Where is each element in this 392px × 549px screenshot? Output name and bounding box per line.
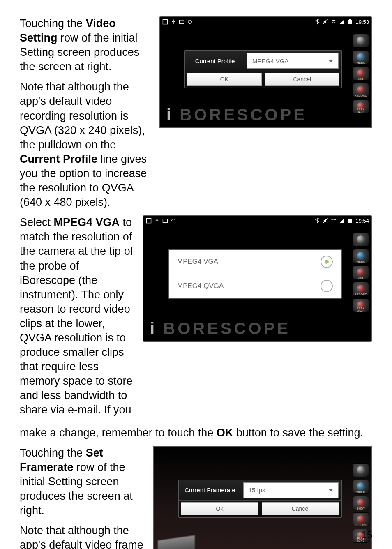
radio-icon bbox=[321, 256, 333, 268]
watermark: i BORESCOPE bbox=[150, 319, 291, 338]
ok-button[interactable]: OK bbox=[187, 73, 262, 86]
cancel-button[interactable]: Cancel bbox=[265, 73, 340, 86]
text: button to save the setting. bbox=[233, 427, 363, 439]
text-bold: OK bbox=[217, 427, 233, 439]
mute-icon bbox=[323, 218, 328, 224]
page-number: 15 bbox=[361, 529, 372, 541]
sync-icon bbox=[171, 218, 176, 224]
option-label: MPEG4 VGA bbox=[177, 258, 218, 266]
video-button[interactable]: VIDEO bbox=[353, 249, 369, 263]
sync-icon bbox=[187, 19, 193, 25]
svg-rect-6 bbox=[163, 219, 167, 222]
wifi-icon bbox=[331, 218, 337, 224]
status-time: 19:53 bbox=[355, 19, 369, 25]
calendar-icon bbox=[162, 19, 168, 25]
svg-rect-8 bbox=[348, 219, 352, 223]
text: Note that although the app's default vid… bbox=[20, 524, 143, 549]
svg-rect-0 bbox=[163, 19, 167, 24]
screenshot-framerate-setting: 20:28 VIDEO SHOT RECORD PLAY BACK Curren… bbox=[153, 446, 372, 549]
playback-button[interactable]: PLAY BACK bbox=[353, 99, 369, 113]
svg-rect-3 bbox=[348, 20, 352, 24]
dialog-label: Current Profile bbox=[185, 58, 244, 65]
ok-button[interactable]: Ok bbox=[181, 502, 258, 515]
usb-icon bbox=[171, 19, 176, 25]
battery-icon bbox=[347, 218, 353, 224]
svg-rect-1 bbox=[179, 20, 184, 23]
settings-button[interactable] bbox=[353, 34, 369, 48]
mute-icon bbox=[323, 19, 328, 25]
status-time: 19:54 bbox=[355, 218, 369, 224]
settings-button[interactable] bbox=[353, 463, 369, 477]
record-button[interactable]: RECORD bbox=[353, 282, 369, 296]
bluetooth-icon bbox=[314, 218, 320, 224]
text: make a change, remember to touch the bbox=[20, 427, 217, 439]
signal-icon bbox=[339, 218, 345, 224]
selected-value: MPEG4 VGA bbox=[252, 58, 288, 65]
profile-options-list: MPEG4 VGA MPEG4 QVGA bbox=[168, 249, 342, 299]
text: Note that although the app's default vid… bbox=[20, 81, 145, 150]
shot-button[interactable]: SHOT bbox=[353, 67, 369, 81]
text: Touching the bbox=[20, 17, 86, 30]
radio-icon bbox=[321, 280, 333, 292]
shot-button[interactable]: SHOT bbox=[353, 265, 369, 279]
calendar-icon bbox=[146, 218, 152, 224]
record-button[interactable]: RECORD bbox=[353, 83, 369, 97]
image-icon bbox=[179, 19, 184, 25]
battery-icon bbox=[347, 19, 353, 25]
usb-icon bbox=[154, 218, 160, 224]
playback-button[interactable]: PLAY BACK bbox=[353, 298, 369, 312]
text-bold: Current Profile bbox=[20, 153, 97, 165]
dialog-label: Current Framerate bbox=[179, 487, 241, 494]
framerate-dialog: Current Framerate 15 fps Ok Cancel bbox=[178, 480, 342, 518]
framerate-select[interactable]: 15 fps bbox=[243, 482, 339, 498]
wifi-icon bbox=[331, 19, 337, 25]
chevron-down-icon bbox=[328, 60, 333, 62]
text-bold: MPEG4 VGA bbox=[54, 216, 120, 228]
screenshot-profile-options: 19:54 VIDEO SHOT RECORD PLAY BACK MPEG4 … bbox=[143, 215, 372, 342]
option-mpeg4-qvga[interactable]: MPEG4 QVGA bbox=[169, 274, 341, 298]
settings-button[interactable] bbox=[353, 233, 369, 247]
profile-dialog: Current Profile MPEG4 VGA OK Cancel bbox=[184, 50, 342, 88]
chevron-down-icon bbox=[328, 489, 333, 491]
cancel-button[interactable]: Cancel bbox=[262, 502, 339, 515]
shot-button[interactable]: SHOT bbox=[353, 496, 369, 510]
option-label: MPEG4 QVGA bbox=[177, 282, 224, 290]
text: Select bbox=[20, 216, 54, 228]
video-button[interactable]: VIDEO bbox=[353, 480, 369, 494]
svg-rect-5 bbox=[146, 219, 151, 223]
image-icon bbox=[162, 218, 168, 224]
svg-rect-4 bbox=[349, 19, 352, 20]
text: to match the resolution of the camera at… bbox=[20, 216, 133, 416]
option-mpeg4-vga[interactable]: MPEG4 VGA bbox=[169, 250, 341, 274]
record-button[interactable]: RECORD bbox=[353, 512, 369, 526]
text: Touching the bbox=[20, 447, 86, 459]
bluetooth-icon bbox=[314, 19, 320, 25]
profile-select[interactable]: MPEG4 VGA bbox=[247, 53, 339, 69]
signal-icon bbox=[339, 19, 345, 25]
watermark: i BORESCOPE bbox=[166, 106, 307, 124]
screenshot-video-setting: 19:53 VIDEO SHOT RECORD PLAY BACK Curren… bbox=[159, 16, 372, 128]
video-button[interactable]: VIDEO bbox=[353, 50, 369, 64]
selected-value: 15 fps bbox=[249, 487, 265, 494]
